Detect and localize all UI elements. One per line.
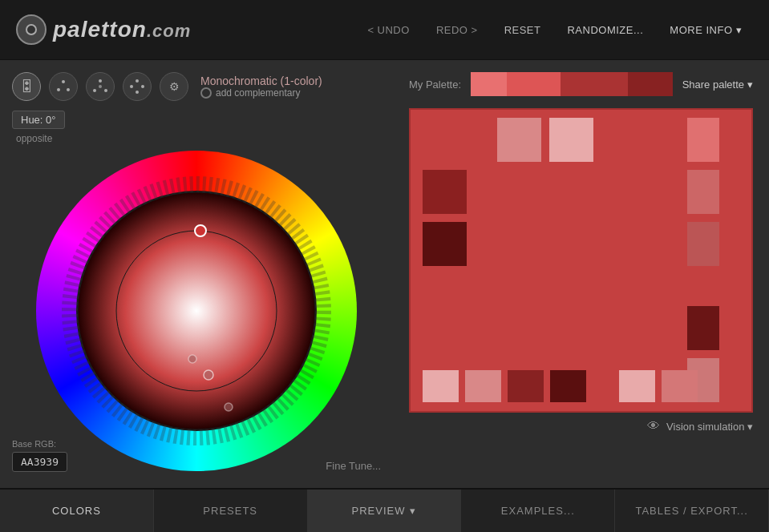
nav-buttons: < UNDO REDO > RESET RANDOMIZE... MORE IN… bbox=[215, 18, 753, 42]
palette-label: My Palette: bbox=[409, 79, 461, 91]
color-swatch-3[interactable] bbox=[423, 170, 467, 214]
svg-point-0 bbox=[62, 80, 65, 83]
color-wheel-svg bbox=[36, 151, 357, 471]
redo-button[interactable]: REDO > bbox=[425, 18, 489, 42]
svg-point-5 bbox=[93, 89, 96, 92]
tab-preview[interactable]: PREVIEW ▾ bbox=[308, 490, 462, 532]
base-rgb-value[interactable]: AA3939 bbox=[12, 452, 67, 472]
color-swatch-7[interactable] bbox=[687, 306, 719, 350]
harmony-triad-icon[interactable] bbox=[86, 72, 115, 101]
eye-icon: 👁 bbox=[647, 419, 660, 433]
more-info-button[interactable]: MORE INFO ▾ bbox=[658, 18, 753, 42]
harmony-row: 🎛 ⚙ Monochromatic (1-color) add compleme… bbox=[12, 72, 381, 101]
harmony-mono-icon[interactable]: 🎛 bbox=[12, 72, 41, 101]
color-swatch-5[interactable] bbox=[423, 222, 467, 266]
color-grid bbox=[409, 108, 753, 413]
logo: paletton.com bbox=[16, 14, 191, 45]
tab-tables[interactable]: TABLES / EXPORT... bbox=[615, 490, 769, 532]
randomize-button[interactable]: RANDOMIZE... bbox=[556, 18, 654, 42]
fine-tune-button[interactable]: Fine Tune... bbox=[326, 460, 381, 472]
color-swatch-11[interactable] bbox=[508, 370, 544, 402]
color-swatch-13[interactable] bbox=[619, 370, 655, 402]
color-wheel-container[interactable] bbox=[36, 151, 357, 471]
svg-point-10 bbox=[130, 85, 133, 88]
vision-simulation-button[interactable]: Vision simulation ▾ bbox=[666, 421, 753, 433]
hue-value: Hue: 0° bbox=[12, 111, 65, 129]
svg-point-17 bbox=[204, 370, 213, 380]
svg-point-3 bbox=[99, 79, 102, 83]
logo-text: paletton.com bbox=[53, 17, 191, 42]
harmony-title: Monochromatic (1-color) bbox=[200, 75, 322, 87]
share-palette-button[interactable]: Share palette ▾ bbox=[682, 79, 753, 91]
hue-display: Hue: 0° bbox=[12, 111, 381, 129]
toggle-circle-icon bbox=[200, 87, 212, 99]
svg-point-18 bbox=[225, 403, 233, 411]
tab-colors[interactable]: COLORS bbox=[0, 490, 154, 532]
harmony-settings-icon[interactable]: ⚙ bbox=[160, 72, 188, 101]
color-swatch-14[interactable] bbox=[662, 370, 698, 402]
palette-seg-4 bbox=[628, 72, 673, 96]
palette-seg-2 bbox=[507, 72, 561, 96]
harmony-label: Monochromatic (1-color) add complementar… bbox=[200, 75, 322, 99]
harmony-tetrad-icon[interactable] bbox=[123, 72, 152, 101]
reset-button[interactable]: RESET bbox=[493, 18, 552, 42]
header: paletton.com < UNDO REDO > RESET RANDOMI… bbox=[0, 0, 769, 60]
color-swatch-2[interactable] bbox=[687, 118, 719, 162]
main-content: 🎛 ⚙ Monochromatic (1-color) add compleme… bbox=[0, 60, 769, 488]
opposite-label: opposite bbox=[16, 133, 381, 144]
svg-point-1 bbox=[67, 88, 70, 91]
undo-button[interactable]: < UNDO bbox=[356, 18, 420, 42]
palette-row: My Palette: Share palette ▾ bbox=[409, 72, 753, 96]
vision-row: 👁 Vision simulation ▾ bbox=[409, 419, 753, 433]
left-panel: 🎛 ⚙ Monochromatic (1-color) add compleme… bbox=[0, 60, 393, 488]
tab-examples[interactable]: EXAMPLES... bbox=[461, 490, 615, 532]
svg-point-9 bbox=[136, 91, 139, 94]
svg-point-6 bbox=[99, 85, 102, 88]
color-swatch-10[interactable] bbox=[465, 370, 501, 402]
svg-point-16 bbox=[195, 225, 206, 236]
logo-icon bbox=[16, 14, 47, 45]
color-swatch-12[interactable] bbox=[550, 370, 586, 402]
svg-point-19 bbox=[188, 355, 196, 363]
palette-seg-3 bbox=[561, 72, 628, 96]
palette-seg-1 bbox=[471, 72, 507, 96]
base-rgb-area: Base RGB: AA3939 bbox=[12, 439, 67, 472]
base-rgb-label: Base RGB: bbox=[12, 439, 67, 449]
right-panel: My Palette: Share palette ▾ 👁 Vision sim… bbox=[393, 60, 769, 488]
color-swatch-6[interactable] bbox=[687, 222, 719, 266]
color-swatch-0[interactable] bbox=[497, 118, 541, 162]
harmony-adjacent-icon[interactable] bbox=[49, 72, 78, 101]
color-swatch-4[interactable] bbox=[687, 170, 719, 214]
bottom-tabs: COLORS PRESETS PREVIEW ▾ EXAMPLES... TAB… bbox=[0, 488, 769, 532]
svg-point-2 bbox=[57, 88, 60, 91]
preview-arrow: ▾ bbox=[410, 505, 416, 517]
tab-presets[interactable]: PRESETS bbox=[154, 490, 308, 532]
color-swatch-1[interactable] bbox=[549, 118, 593, 162]
palette-bar bbox=[471, 72, 673, 96]
svg-point-7 bbox=[136, 79, 139, 83]
color-swatch-9[interactable] bbox=[423, 370, 459, 402]
svg-point-8 bbox=[141, 85, 144, 88]
add-complementary-toggle[interactable]: add complementary bbox=[200, 87, 322, 99]
svg-point-4 bbox=[104, 89, 107, 92]
